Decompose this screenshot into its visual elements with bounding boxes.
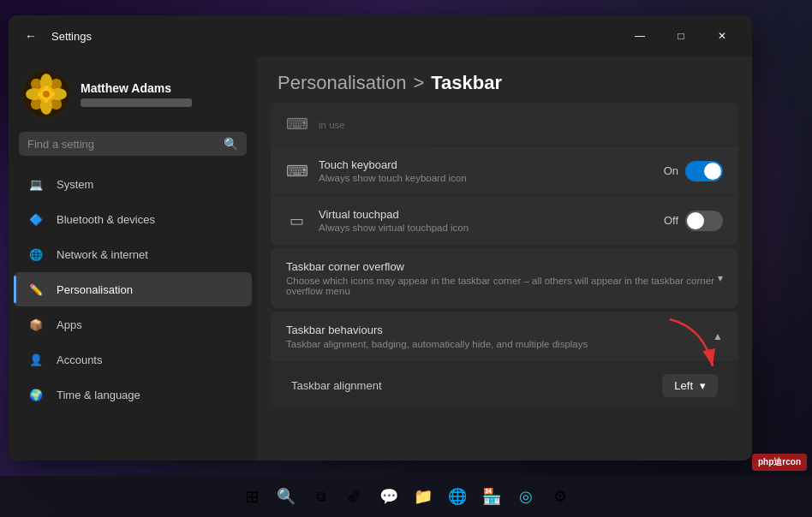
taskbar-corner-overflow-header[interactable]: Taskbar corner overflow Choose which ico… — [271, 248, 738, 308]
maximize-button[interactable]: □ — [661, 22, 701, 50]
taskbar-store-icon[interactable]: 🏪 — [476, 481, 507, 512]
taskbar-alignment-row: Taskbar alignment Left ▾ — [271, 362, 738, 409]
search-icon: 🔍 — [224, 137, 238, 151]
touch-keyboard-toggle-label: On — [664, 164, 678, 177]
close-button[interactable]: ✕ — [702, 22, 742, 50]
taskbar-behaviours-chevron: ▲ — [713, 330, 723, 342]
taskbar-widgets-icon[interactable]: 🗞 — [339, 481, 370, 512]
nav-list: 💻 System 🔷 Bluetooth & devices 🌐 Network… — [9, 166, 257, 413]
setting-icon-inuse: ⌨ — [286, 115, 307, 134]
taskbar-settings-icon[interactable]: ⚙ — [545, 481, 576, 512]
user-info: Matthew Adams — [81, 81, 243, 107]
sidebar-item-bluetooth[interactable]: 🔷 Bluetooth & devices — [14, 202, 252, 236]
taskbar-task-view-icon[interactable]: ⧉ — [305, 481, 336, 512]
setting-text-touch-keyboard: Touch keyboard Always show touch keyboar… — [319, 158, 652, 183]
taskbar-cortana-icon[interactable]: ◎ — [510, 481, 541, 512]
breadcrumb: Personalisation > Taskbar — [257, 56, 752, 103]
nav-icon-personalisation: ✏️ — [27, 281, 45, 298]
nav-icon-network: 🌐 — [27, 246, 45, 263]
nav-label-system: System — [57, 178, 93, 191]
taskbar-file-explorer-icon[interactable]: 📁 — [408, 481, 439, 512]
sidebar: Matthew Adams 🔍 💻 System 🔷 Bluetooth & d… — [9, 56, 257, 461]
scroll-content[interactable]: ⌨ in use ⌨ Touch keyboard Always show to… — [257, 103, 752, 461]
search-input[interactable] — [27, 138, 217, 151]
taskbar-behaviours-desc: Taskbar alignment, badging, automaticall… — [286, 339, 588, 349]
setting-icon-touch-keyboard: ⌨ — [286, 162, 307, 181]
watermark: php迪rcon — [752, 454, 807, 471]
virtual-touchpad-toggle-label: Off — [664, 214, 678, 227]
back-button[interactable]: ← — [19, 24, 43, 48]
title-bar: ← Settings — □ ✕ — [9, 15, 752, 56]
nav-icon-apps: 📦 — [27, 316, 45, 333]
taskbar-alignment-label: Taskbar alignment — [291, 379, 662, 392]
sidebar-item-apps[interactable]: 📦 Apps — [14, 307, 252, 342]
page-title: Taskbar — [431, 72, 502, 94]
setting-desc-virtual-touchpad: Always show virtual touchpad icon — [319, 223, 652, 233]
nav-icon-time: 🌍 — [27, 386, 45, 403]
taskbar-corner-overflow-chevron: ▾ — [718, 272, 723, 284]
taskbar-teams-icon[interactable]: 💬 — [373, 481, 404, 512]
sidebar-item-personalisation[interactable]: ✏️ Personalisation — [14, 272, 252, 306]
nav-label-apps: Apps — [57, 318, 82, 331]
dropdown-chevron-icon: ▾ — [700, 379, 706, 392]
setting-icon-virtual-touchpad: ▭ — [286, 211, 307, 230]
nav-label-network: Network & internet — [57, 248, 148, 261]
taskbar-alignment-dropdown[interactable]: Left ▾ — [662, 374, 718, 397]
setting-label-touch-keyboard: Touch keyboard — [319, 158, 652, 171]
breadcrumb-separator: > — [413, 72, 424, 94]
nav-label-bluetooth: Bluetooth & devices — [57, 213, 155, 226]
sidebar-item-system[interactable]: 💻 System — [14, 167, 252, 201]
setting-desc-touch-keyboard: Always show touch keyboard icon — [319, 173, 652, 183]
svg-point-11 — [43, 91, 50, 98]
taskbar: ⊞ 🔍 ⧉ 🗞 💬 📁 🌐 🏪 ◎ ⚙ — [0, 476, 812, 517]
breadcrumb-parent: Personalisation — [278, 72, 406, 94]
title-bar-left: ← Settings — [19, 24, 92, 48]
setting-text-virtual-touchpad: Virtual touchpad Always show virtual tou… — [319, 208, 652, 233]
content-area: Matthew Adams 🔍 💻 System 🔷 Bluetooth & d… — [9, 56, 752, 461]
taskbar-start-button[interactable]: ⊞ — [236, 481, 267, 512]
taskbar-behaviours-title: Taskbar behaviours — [286, 324, 588, 336]
nav-label-time: Time & language — [57, 389, 140, 401]
taskbar-edge-icon[interactable]: 🌐 — [442, 481, 473, 512]
search-box[interactable]: 🔍 — [19, 132, 247, 156]
taskbar-center: ⊞ 🔍 ⧉ 🗞 💬 📁 🌐 🏪 ◎ ⚙ — [236, 481, 576, 512]
nav-icon-accounts: 👤 — [27, 351, 45, 368]
setting-text-inuse: in use — [319, 118, 723, 130]
virtual-touchpad-control: Off — [664, 211, 723, 231]
toggle-thumb — [704, 163, 721, 180]
setting-row-inuse: ⌨ in use — [271, 103, 738, 146]
main-content: Personalisation > Taskbar ⌨ in use ⌨ T — [257, 56, 752, 461]
minimize-button[interactable]: — — [620, 22, 660, 50]
taskbar-behaviours-text: Taskbar behaviours Taskbar alignment, ba… — [286, 324, 588, 349]
sidebar-item-network[interactable]: 🌐 Network & internet — [14, 237, 252, 271]
toggle-thumb-2 — [687, 212, 704, 229]
setting-row-touch-keyboard: ⌨ Touch keyboard Always show touch keybo… — [271, 146, 738, 195]
user-name: Matthew Adams — [81, 81, 243, 95]
taskbar-corner-overflow-title: Taskbar corner overflow — [286, 260, 718, 273]
touch-keyboard-toggle[interactable] — [685, 161, 723, 181]
user-email-bar — [81, 98, 192, 107]
setting-label-virtual-touchpad: Virtual touchpad — [319, 208, 652, 221]
sidebar-item-accounts[interactable]: 👤 Accounts — [14, 342, 252, 377]
setting-desc-inuse: in use — [319, 120, 723, 130]
taskbar-behaviours-header[interactable]: Taskbar behaviours Taskbar alignment, ba… — [271, 312, 738, 361]
touch-keyboard-control: On — [664, 161, 723, 181]
taskbar-corner-overflow-text: Taskbar corner overflow Choose which ico… — [286, 260, 718, 296]
taskbar-alignment-value: Left — [674, 379, 693, 392]
nav-label-accounts: Accounts — [57, 354, 102, 366]
nav-icon-system: 💻 — [27, 175, 45, 193]
settings-window: ← Settings — □ ✕ — [9, 15, 752, 461]
virtual-touchpad-toggle[interactable] — [685, 211, 723, 231]
nav-label-personalisation: Personalisation — [57, 283, 133, 296]
avatar — [22, 70, 70, 118]
title-bar-controls: — □ ✕ — [620, 22, 742, 50]
window-title: Settings — [51, 30, 92, 43]
sidebar-item-time[interactable]: 🌍 Time & language — [14, 377, 252, 412]
taskbar-behaviours-content: Taskbar alignment Left ▾ — [271, 362, 738, 409]
taskbar-search-icon[interactable]: 🔍 — [271, 481, 302, 512]
setting-row-virtual-touchpad: ▭ Virtual touchpad Always show virtual t… — [271, 196, 738, 245]
user-profile[interactable]: Matthew Adams — [9, 56, 257, 128]
nav-icon-bluetooth: 🔷 — [27, 211, 45, 228]
taskbar-corner-overflow-desc: Choose which icons may appear in the tas… — [286, 276, 718, 296]
